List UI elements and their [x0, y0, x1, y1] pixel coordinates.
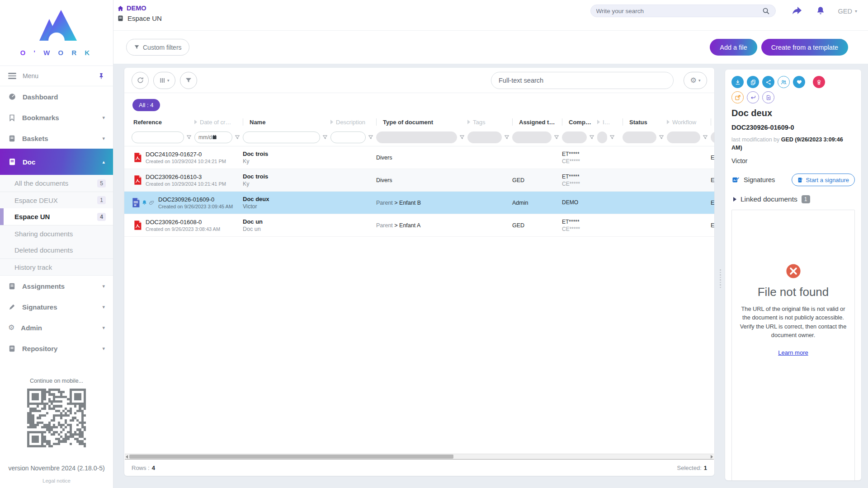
funnel-icon[interactable]: [609, 135, 615, 140]
refresh-button[interactable]: [132, 72, 149, 89]
fulltext-search-input[interactable]: [499, 77, 666, 84]
sidebar-item-sharing-documents[interactable]: Sharing documents: [0, 225, 113, 242]
copy-button[interactable]: [747, 76, 759, 88]
column-header-type[interactable]: Type of document: [376, 118, 467, 126]
column-header-i[interactable]: I…: [597, 119, 623, 126]
scroll-left-arrow[interactable]: [126, 455, 128, 459]
assigned-filter[interactable]: [512, 131, 552, 143]
share-icon[interactable]: [791, 6, 803, 16]
reference-filter-input[interactable]: [136, 134, 180, 141]
row-company: ET*****: [562, 174, 597, 180]
column-header-date[interactable]: Date of cr…: [194, 119, 243, 126]
name-filter[interactable]: [243, 131, 320, 143]
column-header-assigned[interactable]: Assigned t…: [512, 118, 562, 126]
date-filter[interactable]: [194, 131, 232, 143]
column-header-workflow[interactable]: Workflow: [667, 119, 711, 126]
sidebar-item-all-documents[interactable]: All the documents 5: [0, 175, 113, 192]
column-header-comp[interactable]: Comp…: [562, 118, 597, 126]
sidebar-item-dashboard[interactable]: Dashboard: [0, 86, 113, 107]
column-header-status[interactable]: Status: [623, 118, 667, 126]
funnel-icon[interactable]: [504, 135, 509, 140]
column-header-description[interactable]: Description: [330, 119, 376, 126]
start-signature-button[interactable]: Start a signature: [792, 174, 855, 186]
funnel-icon[interactable]: [186, 135, 192, 140]
column-header-tags[interactable]: Tags: [467, 119, 512, 126]
sidebar-item-doc[interactable]: Doc ▴: [0, 149, 113, 175]
funnel-icon[interactable]: [459, 135, 465, 140]
download-button[interactable]: [731, 76, 744, 88]
filter-button[interactable]: [180, 72, 197, 89]
create-template-button[interactable]: Create from a template: [761, 39, 848, 56]
i-filter[interactable]: [597, 131, 607, 143]
bell-icon[interactable]: [816, 6, 826, 16]
pin-icon[interactable]: [98, 72, 105, 80]
calendar-icon[interactable]: [212, 135, 217, 140]
name-filter-input[interactable]: [247, 134, 316, 141]
date-filter-input[interactable]: [198, 134, 212, 141]
global-search[interactable]: [590, 5, 776, 17]
favorite-button[interactable]: [793, 76, 805, 88]
chevron-down-icon: ▾: [102, 136, 105, 141]
sidebar-item-repository[interactable]: Repository ▾: [0, 338, 113, 359]
sidebar-item-history-track[interactable]: History track: [0, 258, 113, 275]
sidebar-item-signatures[interactable]: Signatures ▾: [0, 296, 113, 317]
sidebar-item-espace-un[interactable]: Espace UN 4: [0, 208, 113, 225]
table-row-selected[interactable]: w DOC230926-01609-0: [124, 192, 714, 214]
funnel-icon[interactable]: [235, 135, 240, 140]
sidebar-item-assignments[interactable]: Assignments ▾: [0, 276, 113, 296]
return-button[interactable]: [747, 91, 759, 103]
learn-more-link[interactable]: Learn more: [778, 349, 808, 356]
type-filter[interactable]: [376, 131, 457, 143]
add-file-button[interactable]: Add a file: [710, 39, 757, 56]
linked-documents-toggle[interactable]: Linked documents 1: [731, 195, 855, 203]
status-filter[interactable]: [623, 131, 656, 143]
sidebar-item-admin[interactable]: ⚙ Admin ▾: [0, 317, 113, 338]
description-filter-input[interactable]: [335, 134, 362, 141]
funnel-icon[interactable]: [589, 135, 594, 140]
custom-filters-button[interactable]: Custom filters: [126, 39, 189, 56]
horizontal-scrollbar[interactable]: [125, 454, 714, 460]
scrollbar-thumb[interactable]: [129, 455, 453, 459]
sidebar-item-bookmarks[interactable]: Bookmarks ▾: [0, 107, 113, 128]
tags-filter[interactable]: [467, 131, 502, 143]
global-search-input[interactable]: [596, 8, 762, 14]
funnel-icon[interactable]: [322, 135, 328, 140]
legal-notice-link[interactable]: Legal notice: [0, 478, 113, 483]
comp-filter[interactable]: [562, 131, 587, 143]
edit-button[interactable]: [731, 91, 744, 103]
column-header-name[interactable]: Name: [243, 118, 330, 126]
breadcrumb-root[interactable]: DEMO: [117, 5, 162, 12]
fulltext-search[interactable]: [491, 72, 674, 89]
search-icon[interactable]: [762, 7, 770, 15]
y-filter[interactable]: [711, 131, 714, 143]
table-settings-button[interactable]: ⚙ ▾: [684, 72, 707, 89]
breadcrumb-space[interactable]: Espace UN: [117, 14, 162, 22]
table-row[interactable]: DOC241029-01627-0 Created on 10/29/2024 …: [124, 146, 714, 169]
share-button[interactable]: [762, 76, 774, 88]
column-header-reference[interactable]: Reference: [128, 119, 194, 126]
funnel-icon[interactable]: [368, 135, 373, 140]
scroll-right-arrow[interactable]: [711, 455, 713, 459]
user-menu[interactable]: GED ▾: [838, 8, 857, 15]
delete-button[interactable]: [813, 76, 825, 88]
workflow-filter[interactable]: [667, 131, 700, 143]
sidebar-item-deleted-documents[interactable]: Deleted documents: [0, 242, 113, 258]
assign-users-button[interactable]: [778, 76, 790, 88]
columns-button[interactable]: ▾: [153, 72, 175, 89]
funnel-icon[interactable]: [659, 135, 664, 140]
document-properties-button[interactable]: [762, 91, 774, 103]
description-filter[interactable]: [330, 131, 366, 143]
table-row[interactable]: DOC230926-01610-3 Created on 10/29/2024 …: [124, 169, 714, 192]
column-header-y[interactable]: Y…: [711, 118, 714, 126]
sidebar-item-espace-deux[interactable]: Espace DEUX 1: [0, 192, 113, 208]
table-row[interactable]: DOC230926-01608-0 Created on 9/26/2023 3…: [124, 214, 714, 237]
arrow-right-icon: [194, 120, 197, 124]
reference-filter[interactable]: [132, 131, 184, 143]
funnel-icon[interactable]: [554, 135, 559, 140]
all-filter-chip[interactable]: All : 4: [132, 99, 160, 111]
menu-toggle[interactable]: Menu: [0, 66, 113, 86]
sidebar-item-baskets[interactable]: Baskets ▾: [0, 128, 113, 149]
action-bar: Custom filters Add a file Create from a …: [113, 31, 868, 64]
panel-resize-handle[interactable]: [720, 269, 721, 288]
funnel-icon[interactable]: [703, 135, 708, 140]
